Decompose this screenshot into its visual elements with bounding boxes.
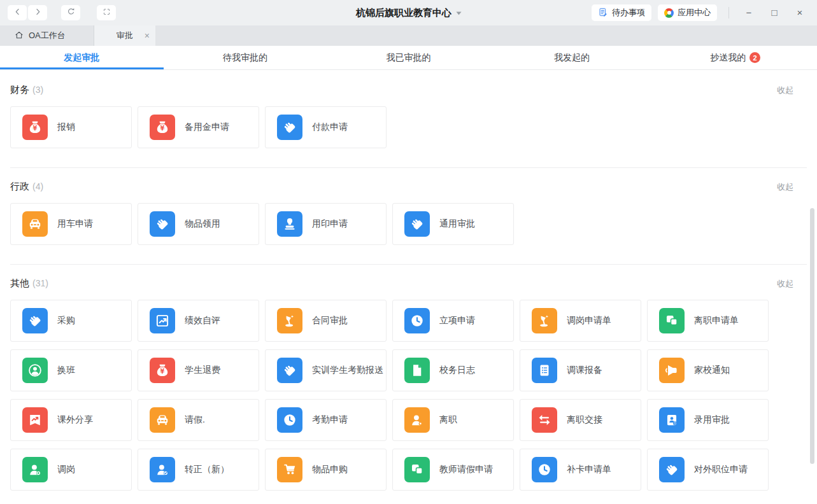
- approval-item-card[interactable]: 通用审批: [392, 203, 514, 245]
- approval-item-card[interactable]: 校务日志: [392, 349, 514, 391]
- approval-item-label: 绩效自评: [185, 315, 220, 326]
- approval-item-card[interactable]: 离职: [392, 399, 514, 441]
- chat-squares-icon: [659, 308, 685, 333]
- approval-item-card[interactable]: 补卡申请单: [520, 449, 641, 491]
- maximize-button[interactable]: □: [765, 5, 784, 20]
- tab-oa-workbench-label: OA工作台: [29, 30, 66, 41]
- money-bag-icon: ¥: [150, 115, 175, 140]
- approval-item-label: 调课报备: [567, 365, 602, 376]
- megaphone-icon: [659, 358, 685, 383]
- collapse-toggle[interactable]: 收起: [777, 181, 793, 193]
- approval-item-card[interactable]: 合同审批: [265, 300, 387, 342]
- approval-item-card[interactable]: 物品申购: [265, 449, 387, 491]
- home-icon: [14, 30, 24, 42]
- trend-chart-icon: [150, 308, 175, 333]
- handshake-icon: [659, 457, 685, 482]
- person-circle-icon: [22, 358, 48, 383]
- approval-item-card[interactable]: 录用审批: [647, 399, 769, 441]
- approval-item-card[interactable]: 转正（新）: [138, 449, 259, 491]
- chevron-right-icon: [33, 7, 43, 19]
- approval-item-card[interactable]: 离职申请单: [647, 300, 769, 342]
- approval-item-card[interactable]: 采购: [10, 300, 132, 342]
- close-icon[interactable]: ×: [145, 31, 150, 40]
- tab-cc-to-me[interactable]: 抄送我的 2: [653, 46, 817, 69]
- approval-item-card[interactable]: 用印申请: [265, 203, 387, 245]
- approval-item-label: 调岗申请单: [567, 315, 611, 326]
- approval-item-label: 离职申请单: [694, 315, 739, 326]
- approval-item-label: 家校通知: [694, 365, 730, 376]
- approval-item-card[interactable]: 请假.: [138, 399, 259, 441]
- approval-item-label: 录用审批: [694, 414, 730, 426]
- approval-item-card[interactable]: 用车申请: [10, 203, 132, 245]
- chevron-left-icon: [13, 7, 22, 19]
- collapse-toggle[interactable]: 收起: [777, 278, 793, 290]
- approval-item-card[interactable]: 调课报备: [520, 349, 641, 391]
- tab-initiated-by-me[interactable]: 我发起的: [490, 46, 654, 69]
- tab-oa-workbench[interactable]: OA工作台: [0, 25, 94, 46]
- swap-arrows-icon: [532, 407, 557, 433]
- forward-button[interactable]: [28, 5, 47, 20]
- approval-item-card[interactable]: ¥学生退费: [138, 349, 259, 391]
- id-card-icon: [659, 407, 685, 433]
- approval-section: 财务(3)收起¥报销¥备用金申请付款申请: [10, 84, 807, 167]
- approval-item-label: 校务日志: [439, 365, 475, 376]
- tab-pending-my-approval[interactable]: 待我审批的: [164, 46, 327, 69]
- approval-item-card[interactable]: 离职交接: [520, 399, 641, 441]
- tab-approval[interactable]: 审批 ×: [94, 25, 155, 46]
- approval-item-card[interactable]: 实训学生考勤报送: [265, 349, 387, 391]
- svg-text:¥: ¥: [160, 368, 165, 375]
- person-check-icon: [150, 457, 175, 482]
- car-icon: [150, 407, 175, 433]
- approval-item-card[interactable]: 立项申请: [392, 300, 514, 342]
- approval-item-label: 立项申请: [439, 315, 475, 326]
- approval-item-card[interactable]: 物品领用: [138, 203, 259, 245]
- expand-button[interactable]: [97, 5, 116, 20]
- approval-item-card[interactable]: 调岗申请单: [520, 300, 641, 342]
- approval-item-card[interactable]: 对外职位申请: [647, 449, 769, 491]
- approval-item-label: 用印申请: [312, 218, 348, 230]
- titlebar-nav-group: [8, 5, 132, 20]
- section-title: 其他: [10, 277, 29, 288]
- approval-item-card[interactable]: 课外分享: [10, 399, 132, 441]
- clock-icon: [404, 308, 430, 333]
- approval-item-label: 转正（新）: [185, 464, 229, 475]
- todo-list-icon: [598, 7, 608, 19]
- app-center-icon: [664, 8, 674, 18]
- approval-card-grid: ¥报销¥备用金申请付款申请: [10, 106, 807, 148]
- back-button[interactable]: [8, 5, 27, 20]
- clock-icon: [532, 457, 557, 482]
- section-title: 财务: [10, 84, 29, 95]
- approval-item-label: 用车申请: [57, 218, 93, 230]
- approval-item-label: 付款申请: [312, 122, 348, 133]
- tab-initiate-approval[interactable]: 发起审批: [0, 46, 164, 69]
- close-button[interactable]: ×: [790, 5, 809, 20]
- approval-item-card[interactable]: 付款申请: [265, 106, 387, 148]
- approval-item-label: 教师请假申请: [439, 464, 493, 475]
- approval-item-label: 物品领用: [185, 218, 220, 230]
- approval-item-label: 报销: [57, 122, 75, 133]
- approval-item-card[interactable]: 绩效自评: [138, 300, 259, 342]
- refresh-button[interactable]: [61, 5, 80, 20]
- org-title-dropdown[interactable]: 杭锦后旗职业教育中心: [356, 7, 461, 19]
- approval-item-card[interactable]: 家校通知: [647, 349, 769, 391]
- approval-item-card[interactable]: ¥备用金申请: [138, 106, 259, 148]
- chevron-down-icon: [456, 11, 461, 17]
- section-count: (3): [32, 85, 43, 95]
- section-count: (4): [32, 181, 43, 192]
- todo-items-button[interactable]: 待办事项: [592, 4, 651, 21]
- approval-item-card[interactable]: ¥报销: [10, 106, 132, 148]
- person-gear-icon: [22, 457, 48, 482]
- approval-card-grid: 用车申请物品领用用印申请通用审批: [10, 203, 807, 245]
- approval-item-card[interactable]: 考勤申请: [265, 399, 387, 441]
- tab-approved-by-me[interactable]: 我已审批的: [327, 46, 490, 69]
- approval-item-card[interactable]: 调岗: [10, 449, 132, 491]
- minimize-button[interactable]: −: [739, 5, 758, 20]
- app-center-button[interactable]: 应用中心: [658, 4, 717, 21]
- collapse-toggle[interactable]: 收起: [777, 85, 793, 96]
- approval-section: 行政(4)收起用车申请物品领用用印申请通用审批: [10, 167, 807, 264]
- approval-item-card[interactable]: 换班: [10, 349, 132, 391]
- tab-approval-label: 审批: [117, 30, 133, 41]
- vertical-scrollbar[interactable]: [810, 208, 814, 464]
- approval-item-card[interactable]: 教师请假申请: [392, 449, 514, 491]
- approval-item-label: 合同审批: [312, 315, 348, 326]
